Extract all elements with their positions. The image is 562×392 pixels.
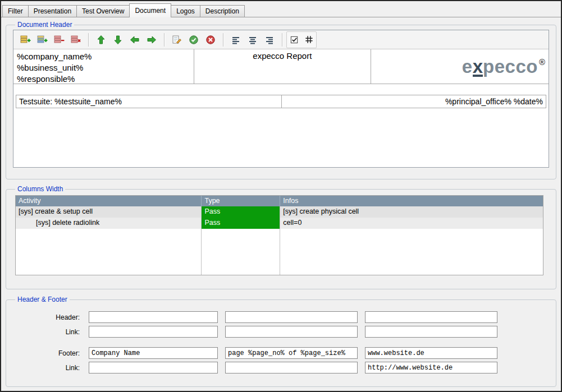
toolbar-separator	[164, 33, 165, 47]
tab-test-overview[interactable]: Test Overview	[76, 5, 130, 17]
insert-row-after-icon[interactable]	[34, 32, 51, 48]
document-header-group: Document Header	[6, 21, 556, 179]
header-row: Header:	[13, 311, 549, 323]
grid-toggle-icon[interactable]	[301, 32, 316, 48]
columns-width-group: Columns Width Activity Type Infos [sys] …	[6, 185, 556, 289]
footer-link-input-3[interactable]	[365, 362, 497, 373]
edit-cell-icon[interactable]	[168, 32, 185, 48]
header-input-1[interactable]	[89, 311, 218, 323]
toolbar-separator	[88, 33, 89, 47]
header-link-label: Link:	[13, 328, 81, 336]
document-header-editor: %company_name% %business_unit% %responsi…	[13, 30, 549, 168]
column-header-infos[interactable]: Infos	[280, 196, 543, 206]
footer-row: Footer:	[13, 347, 549, 359]
footer-link-row: Link:	[13, 362, 549, 373]
business-unit-placeholder: %business_unit%	[17, 62, 190, 73]
report-title-text: expecco Report	[253, 51, 312, 61]
report-settings-window: Filter Presentation Test Overview Docume…	[0, 0, 562, 392]
checkbox-toggle-icon[interactable]	[287, 32, 301, 48]
footer-input-2[interactable]	[225, 347, 358, 359]
tab-logos[interactable]: Logos	[171, 5, 200, 17]
report-header-preview: %company_name% %business_unit% %responsi…	[13, 49, 549, 167]
header-template-row-1: %company_name% %business_unit% %responsi…	[13, 49, 549, 84]
header-link-input-1[interactable]	[89, 326, 218, 338]
empty-cell	[280, 229, 543, 275]
align-right-icon[interactable]	[261, 32, 278, 48]
footer-input-1[interactable]	[89, 347, 218, 359]
document-header-toolbar	[13, 30, 549, 49]
header-input-3[interactable]	[365, 311, 497, 323]
table-row[interactable]: [sys] create & setup cell Pass [sys] cre…	[16, 206, 543, 218]
header-cell-company[interactable]: %company_name% %business_unit% %responsi…	[13, 49, 194, 84]
footer-link-label: Link:	[13, 364, 81, 372]
header-input-2[interactable]	[225, 311, 358, 323]
header-link-input-3[interactable]	[365, 326, 497, 338]
infos-cell: cell=0	[280, 218, 543, 229]
header-footer-group-label: Header & Footer	[15, 296, 70, 303]
header-cell-title[interactable]: expecco Report	[194, 49, 371, 84]
table-row[interactable]: [sys] delete radiolink Pass cell=0	[16, 218, 543, 229]
header-footer-form: Header: Link: Footer: Link:	[13, 311, 549, 373]
header-template-gap	[13, 84, 549, 95]
ok-icon[interactable]	[185, 32, 202, 48]
footer-link-input-1[interactable]	[89, 362, 218, 373]
move-right-icon[interactable]	[143, 32, 160, 48]
move-up-icon[interactable]	[93, 32, 109, 48]
header-label: Header:	[13, 313, 81, 321]
header-template-row-2: Testsuite: %testsuite_name% %principal_o…	[16, 95, 546, 108]
column-header-activity[interactable]: Activity	[16, 196, 202, 206]
toolbar-separator	[282, 33, 282, 47]
align-left-icon[interactable]	[227, 32, 244, 48]
status-pass-cell: Pass	[202, 218, 280, 229]
header-link-row: Link:	[13, 326, 549, 338]
header-link-input-2[interactable]	[225, 326, 358, 338]
delete-row-icon[interactable]	[51, 32, 67, 48]
column-header-type[interactable]: Type	[202, 196, 280, 206]
company-name-placeholder: %company_name%	[17, 51, 190, 62]
columns-width-group-label: Columns Width	[15, 185, 65, 193]
tab-bar: Filter Presentation Test Overview Docume…	[1, 1, 561, 17]
insert-row-icon[interactable]	[17, 32, 34, 48]
empty-cell	[16, 229, 202, 275]
cancel-icon[interactable]	[202, 32, 219, 48]
footer-link-input-2[interactable]	[225, 362, 358, 373]
header-cell-testsuite[interactable]: Testsuite: %testsuite_name%	[16, 95, 282, 108]
empty-cell	[202, 229, 280, 275]
infos-cell: [sys] create physical cell	[280, 206, 543, 218]
document-header-group-label: Document Header	[15, 21, 74, 29]
toolbar-separator	[223, 33, 223, 47]
activity-cell: [sys] delete radiolink	[16, 218, 202, 229]
tab-document[interactable]: Document	[129, 3, 171, 17]
columns-width-table: Activity Type Infos [sys] create & setup…	[15, 195, 543, 275]
responsible-placeholder: %responsible%	[17, 73, 190, 85]
registered-trademark-symbol: ®	[539, 57, 545, 67]
align-center-icon[interactable]	[244, 32, 261, 48]
move-left-icon[interactable]	[126, 32, 143, 48]
delete-rows-icon[interactable]	[67, 32, 84, 48]
footer-label: Footer:	[13, 349, 81, 357]
toggle-button-group	[286, 31, 317, 48]
footer-input-3[interactable]	[365, 347, 497, 359]
tab-presentation[interactable]: Presentation	[28, 5, 77, 17]
table-empty-area	[16, 229, 543, 275]
table-header-row: Activity Type Infos	[16, 196, 543, 206]
activity-cell: [sys] create & setup cell	[16, 206, 202, 218]
tab-description[interactable]: Description	[200, 5, 245, 17]
status-pass-cell: Pass	[202, 206, 280, 218]
header-cell-logo[interactable]: expecco®	[371, 49, 549, 84]
header-footer-group: Header & Footer Header: Link: Footer:	[6, 296, 556, 387]
move-down-icon[interactable]	[109, 32, 126, 48]
tab-filter[interactable]: Filter	[2, 5, 29, 17]
expecco-logo: expecco®	[462, 56, 545, 77]
header-cell-office-date[interactable]: %principal_office% %date%	[282, 95, 546, 108]
